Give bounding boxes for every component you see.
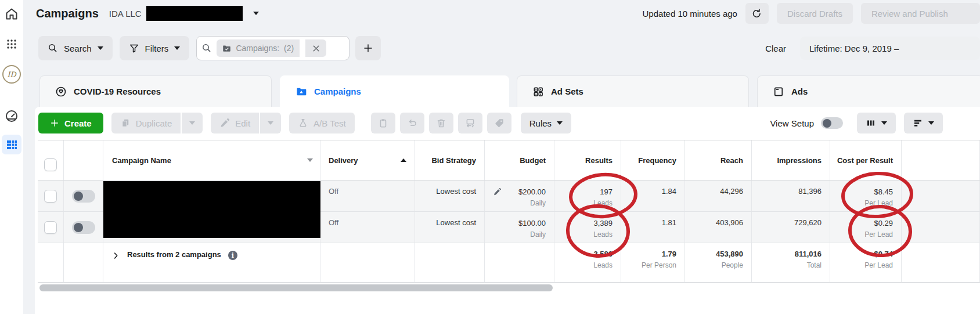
account-dropdown-caret-icon[interactable] (253, 12, 259, 15)
header-frequency[interactable]: Frequency (621, 140, 685, 180)
clear-filters-link[interactable]: Clear (765, 44, 786, 53)
header-reach[interactable]: Reach (685, 140, 752, 180)
paste-button[interactable] (371, 113, 395, 133)
search-button-label: Search (64, 44, 92, 53)
header-impressions[interactable]: Impressions (752, 140, 830, 180)
edit-button-label: Edit (235, 118, 250, 128)
duplicate-options-button[interactable] (182, 113, 203, 133)
duplicate-icon (120, 118, 131, 128)
header-cost-per-result[interactable]: Cost per Result (830, 140, 902, 180)
search-input[interactable]: Campaigns: (2) (196, 36, 350, 60)
budget-cell[interactable]: $100.00Daily (485, 212, 554, 243)
create-button[interactable]: Create (38, 113, 103, 133)
dashboard-gauge-icon[interactable] (3, 108, 20, 124)
summary-spacer (38, 243, 64, 282)
redacted-account-name (146, 6, 243, 21)
ab-test-button[interactable]: A/B Test (289, 113, 355, 133)
summary-cost-per-result-cell: $0.74Per Lead (830, 243, 902, 282)
tab-campaigns[interactable]: Campaigns (280, 75, 509, 107)
tag-icon (494, 118, 505, 128)
review-publish-button[interactable]: Review and Publish (861, 3, 980, 24)
search-icon (48, 43, 58, 53)
rules-button[interactable]: Rules (521, 113, 571, 133)
campaign-active-toggle[interactable] (72, 190, 95, 203)
edit-budget-pencil-icon[interactable] (493, 187, 502, 196)
funnel-icon (129, 43, 139, 53)
caret-down-icon (189, 121, 195, 125)
delivery-cell: Off (320, 181, 415, 211)
export-arrows-button[interactable] (458, 113, 482, 133)
edit-button[interactable]: Edit (211, 113, 259, 133)
summary-frequency-cell: 1.79Per Person (621, 243, 685, 282)
tab-covid-resources[interactable]: COVID-19 Resources (39, 75, 272, 107)
tab-campaigns-label: Campaigns (314, 86, 361, 96)
search-button[interactable]: Search (38, 36, 113, 60)
campaign-active-toggle[interactable] (72, 221, 95, 234)
home-icon[interactable] (3, 6, 20, 22)
cost-per-result-cell: $0.29Per Lead (830, 212, 902, 243)
header-bid-strategy[interactable]: Bid Strategy (415, 140, 485, 180)
row-checkbox[interactable] (44, 190, 57, 203)
delete-button[interactable] (429, 113, 453, 133)
header-campaign-name[interactable]: Campaign Name (103, 140, 320, 180)
campaigns-filter-chip[interactable]: Campaigns: (2) (217, 39, 300, 57)
budget-cell[interactable]: $200.00 Daily (485, 181, 554, 211)
ads-manager-app: ID Campaigns IDA LLC Updated 10 minutes … (0, 0, 980, 314)
date-range-button[interactable]: Lifetime: Dec 9, 2019 – (800, 37, 980, 60)
refresh-button[interactable] (745, 3, 769, 24)
row-toggle-cell (64, 212, 103, 243)
discard-drafts-button[interactable]: Discard Drafts (777, 3, 853, 24)
duplicate-button[interactable]: Duplicate (111, 113, 181, 133)
header-delivery-label: Delivery (329, 156, 358, 165)
tab-ads[interactable]: Ads (757, 75, 980, 107)
tags-button[interactable] (487, 113, 511, 133)
columns-icon (866, 118, 876, 128)
remove-filter-button[interactable] (305, 39, 326, 57)
header-reach-label: Reach (720, 156, 743, 165)
add-filter-button[interactable] (355, 36, 381, 60)
account-avatar[interactable]: ID (2, 65, 21, 84)
duplicate-button-label: Duplicate (136, 118, 172, 128)
ads-page-icon (773, 86, 784, 98)
filters-button[interactable]: Filters (120, 36, 190, 60)
results-cell: 197Leads (554, 181, 621, 211)
chevron-right-icon[interactable] (111, 251, 120, 260)
tab-ads-label: Ads (791, 86, 808, 96)
undo-icon (407, 118, 417, 128)
caret-down-icon (557, 121, 563, 125)
caret-down-icon (268, 121, 273, 125)
header-budget[interactable]: Budget (485, 140, 554, 180)
caret-down-icon (881, 121, 887, 125)
summary-impressions-cell: 811,016Total (752, 243, 830, 282)
filter-bar: Search Filters Campaigns: (2) Clear (23, 36, 980, 60)
columns-button[interactable] (857, 113, 896, 133)
create-button-label: Create (64, 118, 92, 128)
info-icon[interactable]: i (228, 251, 237, 260)
header-cost-per-result-label: Cost per Result (837, 156, 893, 165)
breakdown-button[interactable] (904, 113, 943, 133)
close-icon (312, 44, 320, 53)
row-checkbox[interactable] (44, 221, 57, 234)
summary-spacer (64, 243, 103, 282)
undo-button[interactable] (400, 113, 424, 133)
horizontal-scrollbar[interactable] (39, 284, 553, 291)
tab-covid-label: COVID-19 Resources (74, 86, 161, 96)
header-results[interactable]: Results (554, 140, 621, 180)
view-setup-toggle[interactable] (821, 117, 843, 129)
plus-icon (363, 43, 373, 53)
apps-grid-icon[interactable] (3, 36, 20, 52)
reach-cell: 403,906 (685, 212, 752, 243)
rules-button-label: Rules (529, 118, 552, 128)
ads-manager-table-icon[interactable] (2, 135, 21, 154)
select-all-checkbox[interactable] (44, 158, 57, 171)
updated-status: Updated 10 minutes ago (643, 9, 737, 19)
tab-ad-sets[interactable]: Ad Sets (517, 75, 749, 107)
tab-ad-sets-label: Ad Sets (551, 86, 583, 96)
header-delivery[interactable]: Delivery (320, 140, 415, 180)
select-all-checkbox-cell (38, 140, 64, 180)
edit-options-button[interactable] (260, 113, 281, 133)
account-name: IDA LLC (109, 9, 142, 19)
caret-down-icon (174, 46, 180, 50)
summary-reach-cell: 453,890People (685, 243, 752, 282)
summary-results-cell: 3,586Leads (554, 243, 621, 282)
